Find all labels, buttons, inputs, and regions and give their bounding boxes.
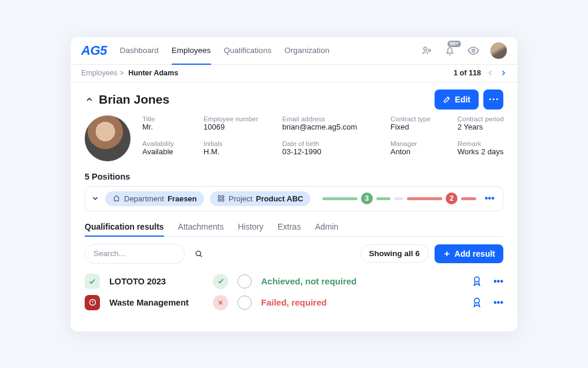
value-dob: 03-12-1990 (282, 147, 382, 156)
value-manager: Anton (390, 147, 449, 156)
chip-department-value: Fraesen (168, 194, 197, 203)
svg-point-1 (429, 49, 431, 51)
pager-prev[interactable] (487, 69, 494, 77)
label-avail: Availability (142, 140, 195, 147)
breadcrumb-bar: Employees > Hunter Adams 1 of 118 (71, 65, 517, 82)
nav-icons: 99+ (420, 42, 507, 59)
value-empno: 10069 (203, 122, 274, 131)
x-icon (213, 295, 228, 310)
ribbon-icon[interactable] (471, 275, 484, 288)
tab-attachments[interactable]: Attachments (178, 222, 224, 236)
svg-point-7 (196, 251, 201, 256)
tab-extras[interactable]: Extras (278, 222, 301, 236)
edit-label: Edit (455, 95, 470, 104)
breadcrumb-current: Hunter Adams (128, 69, 178, 77)
chip-project[interactable]: Project Product ABC (210, 191, 310, 206)
chip-project-value: Product ABC (256, 194, 303, 203)
value-remark: Works 2 days (457, 147, 517, 156)
svg-point-8 (475, 277, 479, 281)
value-avail: Available (142, 147, 195, 156)
more-icon (489, 98, 498, 100)
svg-point-10 (92, 304, 93, 304)
breadcrumb: Employees > Hunter Adams (81, 69, 178, 77)
bell-icon[interactable]: 99+ (443, 44, 456, 57)
result-name[interactable]: Waste Management (109, 298, 203, 307)
collapse-icon[interactable] (85, 95, 94, 104)
ribbon-icon[interactable] (471, 296, 484, 309)
nav-organization[interactable]: Organization (285, 37, 330, 64)
app-card: AG5 Dashboard Employees Qualifications O… (71, 37, 517, 331)
chip-department-label: Department (124, 194, 164, 203)
nav-employees[interactable]: Employees (172, 37, 211, 64)
pager-next[interactable] (500, 69, 507, 77)
user-icon[interactable] (420, 44, 433, 57)
check-icon (213, 274, 228, 289)
positions-heading: 5 Positions (85, 172, 503, 181)
employee-avatar (85, 115, 131, 161)
filters: Showing all 6 Add result (85, 244, 503, 264)
page-body: Brian Jones Edit Title Mr. Employee num (71, 82, 517, 331)
profile: Title Mr. Employee number 10069 Email ad… (85, 115, 503, 161)
label-email: Email address (282, 115, 382, 122)
chip-project-label: Project (229, 194, 252, 203)
positions-more[interactable]: ••• (482, 193, 497, 204)
headline-actions: Edit (435, 89, 503, 110)
value-initials: H.M. (203, 147, 274, 156)
tabs: Qualification results Attachments Histor… (85, 222, 503, 237)
label-contract: Contract type (390, 115, 449, 122)
result-status: Achieved, not required (261, 276, 462, 286)
grid-icon (217, 194, 225, 203)
pager-text: 1 of 118 (453, 69, 481, 77)
value-title: Mr. (142, 122, 195, 131)
breadcrumb-root[interactable]: Employees (81, 69, 118, 77)
edit-icon (443, 95, 452, 104)
nav-qualifications[interactable]: Qualifications (224, 37, 272, 64)
nav-links: Dashboard Employees Qualifications Organ… (120, 37, 329, 64)
tab-admin[interactable]: Admin (315, 222, 339, 236)
positions-track: 3 2 (316, 193, 477, 204)
track-red-count: 2 (446, 193, 457, 204)
add-result-label: Add result (455, 249, 495, 258)
svg-point-0 (424, 47, 427, 50)
result-name[interactable]: LOTOTO 2023 (109, 277, 203, 286)
radio-empty[interactable] (238, 296, 252, 310)
search-input[interactable] (92, 248, 194, 258)
eye-icon[interactable] (467, 44, 480, 57)
add-result-button[interactable]: Add result (435, 244, 503, 263)
current-user-avatar[interactable] (490, 42, 507, 59)
value-contract: Fixed (390, 122, 449, 131)
showing-pill[interactable]: Showing all 6 (360, 244, 429, 263)
headline-left: Brian Jones (85, 92, 169, 107)
svg-point-2 (472, 49, 475, 52)
edit-button[interactable]: Edit (435, 89, 479, 110)
positions-expand-icon[interactable] (91, 194, 99, 203)
chip-department[interactable]: Department Fraesen (105, 191, 204, 206)
label-initials: Initials (203, 140, 274, 147)
label-manager: Manager (390, 140, 449, 147)
headline: Brian Jones Edit (85, 89, 503, 110)
svg-rect-4 (222, 195, 224, 198)
breadcrumb-sep: > (119, 69, 123, 77)
result-status: Failed, required (261, 297, 462, 307)
home-icon (112, 194, 121, 203)
tab-qualification-results[interactable]: Qualification results (85, 222, 164, 236)
more-actions-button[interactable] (483, 89, 503, 110)
row-more[interactable]: ••• (493, 297, 503, 308)
result-row: LOTOTO 2023 Achieved, not required ••• (85, 271, 503, 292)
track-green-count: 3 (361, 193, 373, 204)
label-dob: Date of birth (282, 140, 382, 147)
nav-dashboard[interactable]: Dashboard (120, 37, 159, 64)
svg-point-11 (475, 298, 479, 303)
row-more[interactable]: ••• (493, 276, 503, 287)
search-box[interactable] (85, 244, 185, 264)
search-icon (194, 249, 203, 258)
row-status-badge-fail (85, 295, 100, 310)
row-status-badge-ok (85, 274, 100, 289)
svg-rect-5 (218, 199, 220, 201)
tab-history[interactable]: History (238, 222, 263, 236)
bell-badge: 99+ (447, 41, 461, 47)
employee-name: Brian Jones (99, 92, 169, 107)
value-period: 2 Years (457, 122, 517, 131)
radio-empty[interactable] (238, 274, 252, 289)
value-email: brian@acme.ag5.com (282, 122, 382, 131)
